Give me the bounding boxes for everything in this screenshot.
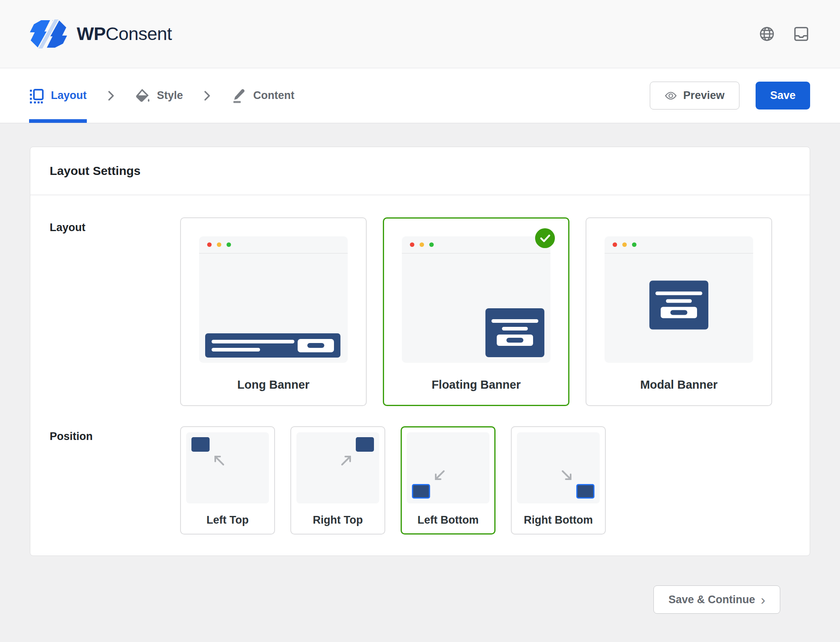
- banner-square: [576, 484, 594, 499]
- chevron-right-icon: ›: [761, 593, 765, 606]
- arrow-up-right-icon: [340, 453, 353, 467]
- position-preview: [517, 432, 600, 503]
- pencil-icon: [231, 88, 247, 103]
- inbox-icon[interactable]: [792, 25, 810, 43]
- window-dot-green: [429, 242, 434, 247]
- wpconsent-logo-icon: [29, 19, 68, 48]
- tab-layout-label: Layout: [51, 89, 87, 102]
- save-button-label: Save: [770, 89, 796, 102]
- settings-navbar: Layout Style Content: [0, 68, 840, 123]
- position-option-label: Left Bottom: [402, 514, 494, 526]
- browser-viewport: [605, 254, 753, 363]
- layout-option-long-banner[interactable]: Long Banner: [180, 217, 367, 406]
- selected-check-icon: [535, 228, 555, 248]
- panel-header: Layout Settings: [30, 147, 810, 195]
- browser-mockup: [605, 236, 753, 363]
- browser-chrome: [402, 236, 550, 254]
- brand-name-bold: WP: [77, 23, 106, 44]
- chevron-right-icon: [204, 91, 210, 101]
- app-header: WPConsent: [0, 0, 840, 68]
- browser-chrome: [199, 236, 348, 254]
- position-option-left-top[interactable]: Left Top: [180, 426, 275, 535]
- banner-square: [191, 437, 210, 452]
- position-option-right-top[interactable]: Right Top: [290, 426, 385, 535]
- arrow-down-right-icon: [560, 469, 574, 482]
- footer-actions: Save & Continue ›: [30, 556, 810, 614]
- position-preview: [186, 432, 269, 503]
- position-options: Left Top Right Top: [180, 426, 606, 535]
- eye-icon: [665, 91, 677, 100]
- layout-field-label: Layout: [50, 217, 180, 406]
- window-dot-yellow: [217, 242, 221, 247]
- save-button[interactable]: Save: [756, 82, 810, 109]
- floating-banner-preview: [485, 308, 544, 357]
- position-option-label: Right Bottom: [512, 514, 605, 526]
- window-dot-green: [632, 242, 636, 247]
- window-dot-red: [410, 242, 414, 247]
- save-and-continue-button[interactable]: Save & Continue ›: [653, 585, 780, 614]
- layout-options: Long Banner: [180, 217, 772, 406]
- panel-title: Layout Settings: [50, 164, 790, 178]
- tab-content[interactable]: Content: [231, 68, 294, 123]
- layout-field-row: Layout: [50, 217, 790, 406]
- preview-button-label: Preview: [683, 89, 724, 102]
- position-field-label: Position: [50, 426, 180, 535]
- layout-icon: [29, 88, 44, 103]
- brand: WPConsent: [29, 19, 172, 48]
- browser-mockup: [199, 236, 348, 363]
- layout-option-label: Modal Banner: [586, 378, 771, 392]
- window-dot-red: [207, 242, 212, 247]
- chevron-right-icon: [108, 91, 114, 101]
- save-and-continue-label: Save & Continue: [668, 594, 755, 606]
- position-option-label: Left Top: [181, 514, 274, 526]
- modal-banner-preview: [649, 280, 708, 329]
- browser-mockup: [402, 236, 550, 363]
- arrow-up-left-icon: [212, 453, 226, 467]
- arrow-down-left-icon: [433, 469, 446, 482]
- tab-layout[interactable]: Layout: [29, 68, 87, 123]
- browser-chrome: [605, 236, 753, 254]
- position-option-right-bottom[interactable]: Right Bottom: [511, 426, 606, 535]
- position-preview: [296, 432, 379, 503]
- layout-settings-panel: Layout Settings Layout: [30, 147, 810, 556]
- long-banner-preview: [205, 333, 340, 358]
- window-dot-yellow: [420, 242, 424, 247]
- position-preview: [407, 432, 489, 503]
- window-dot-yellow: [622, 242, 627, 247]
- main-content: Layout Settings Layout: [0, 123, 840, 614]
- tab-style-label: Style: [157, 89, 183, 102]
- window-dot-red: [613, 242, 617, 247]
- browser-viewport: [402, 254, 550, 363]
- preview-button[interactable]: Preview: [650, 82, 739, 109]
- position-option-left-bottom[interactable]: Left Bottom: [401, 426, 496, 535]
- globe-icon[interactable]: [758, 25, 775, 42]
- layout-option-label: Long Banner: [181, 378, 366, 392]
- position-field-row: Position Left Top: [50, 426, 790, 535]
- layout-option-label: Floating Banner: [384, 378, 568, 392]
- tab-style[interactable]: Style: [135, 68, 183, 123]
- paint-bucket-icon: [135, 88, 151, 103]
- brand-name-regular: Consent: [106, 23, 172, 44]
- layout-option-floating-banner[interactable]: Floating Banner: [383, 217, 569, 406]
- banner-square: [412, 484, 430, 499]
- browser-viewport: [199, 254, 348, 363]
- brand-name: WPConsent: [77, 23, 172, 44]
- window-dot-green: [227, 242, 231, 247]
- position-option-label: Right Top: [291, 514, 384, 526]
- banner-square: [356, 437, 374, 452]
- tab-content-label: Content: [253, 89, 294, 102]
- layout-option-modal-banner[interactable]: Modal Banner: [586, 217, 772, 406]
